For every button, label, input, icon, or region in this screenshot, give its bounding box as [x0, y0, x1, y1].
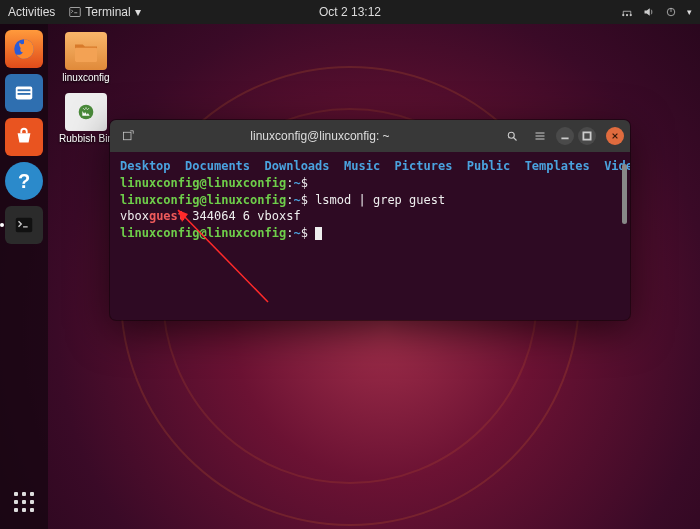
svg-rect-9	[16, 218, 33, 233]
scrollbar-thumb[interactable]	[622, 164, 627, 224]
hamburger-icon	[534, 130, 546, 142]
svg-rect-7	[18, 89, 31, 91]
help-icon: ?	[18, 170, 30, 193]
dock-firefox[interactable]	[5, 30, 43, 68]
terminal-icon	[69, 6, 81, 18]
grep-output: vboxguest 344064 6 vboxsf	[120, 208, 620, 225]
tab-plus-icon	[122, 130, 134, 142]
software-icon	[13, 126, 35, 148]
desktop-icon-label: linuxconfig	[62, 72, 109, 83]
cursor	[315, 227, 322, 240]
folder-icon	[65, 32, 107, 70]
svg-point-13	[508, 132, 514, 138]
terminal-icon	[13, 214, 35, 236]
desktop-icons: linuxconfig Rubbish Bin	[56, 32, 116, 144]
svg-rect-0	[70, 8, 81, 17]
dock-help[interactable]: ?	[5, 162, 43, 200]
app-menu[interactable]: Terminal ▾	[69, 5, 140, 19]
chevron-down-icon: ▾	[687, 7, 692, 17]
trash-icon	[65, 93, 107, 131]
prompt-line-3: linuxconfig@linuxconfig:~$	[120, 225, 620, 242]
power-icon	[665, 6, 677, 18]
svg-point-11	[79, 105, 94, 120]
files-icon	[13, 82, 35, 104]
volume-icon	[643, 6, 655, 18]
app-menu-label: Terminal	[85, 5, 130, 19]
clock[interactable]: Oct 2 13:12	[319, 5, 381, 19]
network-icon	[621, 6, 633, 18]
minimize-icon	[559, 130, 571, 142]
dock-terminal[interactable]	[5, 206, 43, 244]
maximize-icon	[581, 130, 593, 142]
show-applications-button[interactable]	[5, 483, 43, 521]
maximize-button[interactable]	[578, 127, 596, 145]
chevron-down-icon: ▾	[135, 5, 141, 19]
desktop-icon-label: Rubbish Bin	[59, 133, 113, 144]
svg-rect-8	[18, 93, 31, 95]
terminal-window: linuxconfig@linuxconfig: ~ Desktop Docum…	[110, 120, 630, 320]
ls-output: Desktop Documents Downloads Music Pictur…	[120, 158, 620, 175]
svg-rect-14	[583, 132, 590, 139]
dock-files[interactable]	[5, 74, 43, 112]
firefox-icon	[11, 36, 37, 62]
close-button[interactable]	[606, 127, 624, 145]
search-icon	[506, 130, 518, 142]
svg-rect-10	[75, 48, 97, 62]
system-tray[interactable]: ▾	[621, 6, 692, 18]
desktop-folder-linuxconfig[interactable]: linuxconfig	[56, 32, 116, 83]
close-icon	[611, 132, 619, 140]
menu-button[interactable]	[528, 124, 552, 148]
dock-software[interactable]	[5, 118, 43, 156]
window-titlebar[interactable]: linuxconfig@linuxconfig: ~	[110, 120, 630, 152]
terminal-body[interactable]: Desktop Documents Downloads Music Pictur…	[110, 152, 630, 320]
gnome-topbar: Activities Terminal ▾ Oct 2 13:12 ▾	[0, 0, 700, 24]
minimize-button[interactable]	[556, 127, 574, 145]
prompt-line-1: linuxconfig@linuxconfig:~$	[120, 175, 620, 192]
desktop-trash[interactable]: Rubbish Bin	[56, 93, 116, 144]
prompt-line-2: linuxconfig@linuxconfig:~$ lsmod | grep …	[120, 192, 620, 209]
activities-button[interactable]: Activities	[8, 5, 55, 19]
window-title: linuxconfig@linuxconfig: ~	[144, 129, 496, 143]
search-button[interactable]	[500, 124, 524, 148]
svg-rect-12	[124, 132, 132, 140]
new-tab-button[interactable]	[116, 124, 140, 148]
dock: ?	[0, 24, 48, 529]
svg-point-2	[626, 14, 628, 16]
